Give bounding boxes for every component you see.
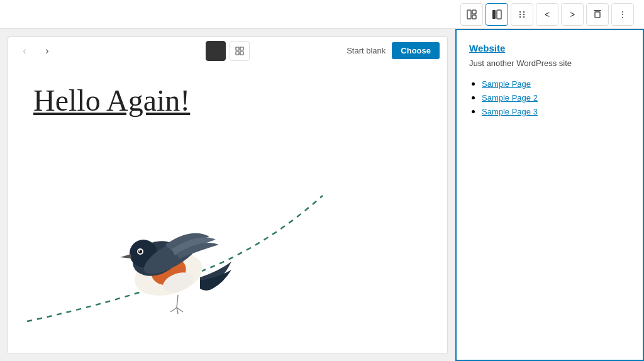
svg-point-24: [139, 250, 140, 252]
bird-illustration: [71, 177, 260, 334]
svg-point-10: [523, 16, 525, 17]
svg-point-8: [523, 11, 525, 12]
chevron-right-icon: >: [570, 9, 575, 19]
svg-rect-15: [240, 47, 243, 50]
svg-rect-13: [212, 47, 219, 55]
site-tagline: Just another WordPress site: [469, 58, 630, 68]
nav-link-1[interactable]: Sample Page: [482, 79, 531, 89]
editor-toolbar: ‹ ›: [8, 36, 448, 64]
forward-nav-button[interactable]: ›: [38, 42, 56, 60]
main-content: ‹ ›: [0, 29, 644, 361]
svg-rect-3: [492, 10, 496, 19]
editor-panel: ‹ ›: [0, 29, 455, 361]
single-view-button[interactable]: [206, 41, 226, 61]
svg-rect-0: [467, 10, 471, 19]
page-heading: Hello Again!: [33, 83, 422, 118]
start-blank-label: Start blank: [347, 46, 386, 55]
canvas-content: Hello Again!: [8, 64, 447, 353]
svg-point-9: [523, 13, 525, 14]
sidebar-view-button[interactable]: [486, 3, 508, 26]
prev-block-button[interactable]: <: [536, 3, 558, 26]
editor-canvas: Hello Again!: [8, 64, 448, 353]
list-item: Sample Page 3: [482, 106, 630, 117]
svg-point-23: [138, 250, 142, 253]
svg-rect-1: [472, 10, 476, 14]
bird-body-svg: [109, 214, 235, 315]
align-top-button[interactable]: [586, 3, 609, 26]
choose-button[interactable]: Choose: [392, 42, 440, 59]
svg-rect-4: [497, 10, 501, 19]
svg-line-27: [177, 295, 178, 308]
svg-rect-12: [595, 12, 600, 18]
more-options-button[interactable]: ⋮: [611, 3, 634, 26]
grid-view-button[interactable]: [230, 41, 250, 61]
svg-point-5: [519, 11, 521, 12]
svg-point-7: [519, 16, 521, 17]
template-view-button[interactable]: [460, 3, 483, 26]
chevron-left-icon: ‹: [23, 45, 26, 57]
sidebar-panel: Website Just another WordPress site Samp…: [455, 29, 644, 361]
vertical-dots-icon: ⋮: [618, 9, 627, 19]
chevron-right-icon: ›: [45, 45, 48, 57]
top-toolbar: < > ⋮: [0, 0, 644, 29]
svg-rect-16: [236, 52, 239, 55]
back-nav-button[interactable]: ‹: [16, 42, 33, 60]
svg-rect-11: [594, 10, 601, 11]
drag-handle-button[interactable]: [511, 3, 533, 26]
nav-link-2[interactable]: Sample Page 2: [482, 93, 538, 103]
nav-link-3[interactable]: Sample Page 3: [482, 107, 538, 116]
svg-rect-17: [240, 52, 243, 55]
site-title: Website: [469, 43, 630, 53]
svg-rect-2: [472, 15, 476, 19]
svg-line-28: [170, 308, 177, 312]
list-item: Sample Page: [482, 78, 630, 89]
nav-list: Sample Page Sample Page 2 Sample Page 3: [469, 78, 630, 117]
chevron-left-icon: <: [545, 9, 550, 19]
list-item: Sample Page 2: [482, 92, 630, 103]
svg-point-6: [519, 13, 521, 14]
svg-rect-14: [236, 47, 239, 50]
next-block-button[interactable]: >: [561, 3, 584, 26]
